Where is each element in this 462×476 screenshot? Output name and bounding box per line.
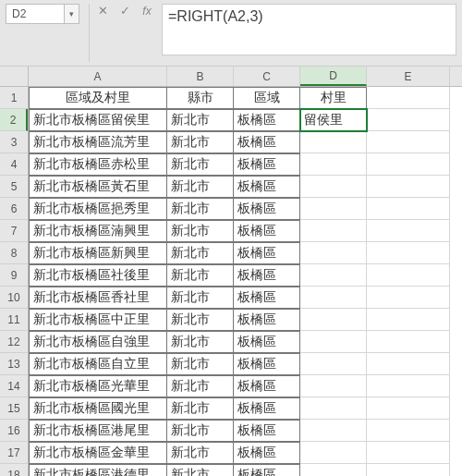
- row-header-17[interactable]: 17: [0, 442, 28, 464]
- cell-D15[interactable]: [300, 397, 367, 420]
- row-header-7[interactable]: 7: [0, 220, 28, 242]
- cell-B10[interactable]: 新北市: [167, 287, 234, 309]
- cell-E12[interactable]: [367, 331, 450, 353]
- cell-B16[interactable]: 新北市: [167, 420, 234, 442]
- cell-E16[interactable]: [367, 420, 450, 442]
- cell-D17[interactable]: [300, 442, 367, 464]
- cell-C15[interactable]: 板橋區: [234, 397, 300, 420]
- cell-A5[interactable]: 新北市板橋區黃石里: [29, 176, 167, 198]
- cell-E18[interactable]: [367, 464, 450, 476]
- cell-A6[interactable]: 新北市板橋區挹秀里: [29, 198, 167, 220]
- cell-D10[interactable]: [300, 287, 367, 309]
- cell-E7[interactable]: [367, 220, 450, 242]
- cell-A8[interactable]: 新北市板橋區新興里: [29, 242, 167, 264]
- cell-E17[interactable]: [367, 442, 450, 464]
- cell-E4[interactable]: [367, 153, 450, 176]
- cell-E6[interactable]: [367, 198, 450, 220]
- cell-A2[interactable]: 新北市板橋區留侯里: [29, 109, 167, 131]
- row-header-8[interactable]: 8: [0, 242, 28, 264]
- row-header-6[interactable]: 6: [0, 198, 28, 220]
- cell-A3[interactable]: 新北市板橋區流芳里: [29, 131, 167, 153]
- row-header-16[interactable]: 16: [0, 420, 28, 442]
- cell-E2[interactable]: [367, 109, 450, 131]
- header-cell-A[interactable]: 區域及村里: [29, 87, 167, 109]
- cell-B5[interactable]: 新北市: [167, 176, 234, 198]
- row-header-18[interactable]: 18: [0, 464, 28, 476]
- cell-E8[interactable]: [367, 242, 450, 264]
- cancel-formula-button[interactable]: ✕: [95, 4, 110, 18]
- cell-E15[interactable]: [367, 397, 450, 420]
- cell-A15[interactable]: 新北市板橋區國光里: [29, 397, 167, 420]
- cell-C6[interactable]: 板橋區: [234, 198, 300, 220]
- cell-A4[interactable]: 新北市板橋區赤松里: [29, 153, 167, 176]
- cell-B7[interactable]: 新北市: [167, 220, 234, 242]
- cell-D12[interactable]: [300, 331, 367, 353]
- cell-C3[interactable]: 板橋區: [234, 131, 300, 153]
- header-cell-B[interactable]: 縣市: [167, 87, 234, 109]
- cell-C8[interactable]: 板橋區: [234, 242, 300, 264]
- column-header-E[interactable]: E: [367, 67, 450, 86]
- column-header-D[interactable]: D: [300, 67, 367, 86]
- header-cell-C[interactable]: 區域: [234, 87, 300, 109]
- cell-B18[interactable]: 新北市: [167, 464, 234, 476]
- header-cell-E[interactable]: [367, 87, 450, 109]
- cell-D14[interactable]: [300, 375, 367, 397]
- cell-A10[interactable]: 新北市板橋區香社里: [29, 287, 167, 309]
- cell-A14[interactable]: 新北市板橋區光華里: [29, 375, 167, 397]
- cell-D7[interactable]: [300, 220, 367, 242]
- row-header-9[interactable]: 9: [0, 264, 28, 287]
- cell-A18[interactable]: 新北市板橋區港德里: [29, 464, 167, 476]
- column-header-A[interactable]: A: [29, 67, 167, 86]
- cell-C16[interactable]: 板橋區: [234, 420, 300, 442]
- cell-E13[interactable]: [367, 353, 450, 375]
- cell-B13[interactable]: 新北市: [167, 353, 234, 375]
- cell-E3[interactable]: [367, 131, 450, 153]
- cell-D4[interactable]: [300, 153, 367, 176]
- cell-A11[interactable]: 新北市板橋區中正里: [29, 309, 167, 331]
- row-header-1[interactable]: 1: [0, 87, 28, 109]
- name-box-dropdown[interactable]: ▾: [65, 4, 79, 24]
- cell-A16[interactable]: 新北市板橋區港尾里: [29, 420, 167, 442]
- fx-icon[interactable]: fx: [140, 5, 154, 18]
- cell-D13[interactable]: [300, 353, 367, 375]
- cell-B4[interactable]: 新北市: [167, 153, 234, 176]
- row-header-5[interactable]: 5: [0, 176, 28, 198]
- row-header-2[interactable]: 2: [0, 109, 28, 131]
- cell-B2[interactable]: 新北市: [167, 109, 234, 131]
- cell-C13[interactable]: 板橋區: [234, 353, 300, 375]
- cell-D16[interactable]: [300, 420, 367, 442]
- cell-C5[interactable]: 板橋區: [234, 176, 300, 198]
- select-all-corner[interactable]: [0, 67, 28, 87]
- cell-D18[interactable]: [300, 464, 367, 476]
- cell-B8[interactable]: 新北市: [167, 242, 234, 264]
- cell-A9[interactable]: 新北市板橋區社後里: [29, 264, 167, 287]
- name-box[interactable]: [6, 4, 65, 24]
- cell-C12[interactable]: 板橋區: [234, 331, 300, 353]
- cell-E11[interactable]: [367, 309, 450, 331]
- row-header-13[interactable]: 13: [0, 353, 28, 375]
- cell-C4[interactable]: 板橋區: [234, 153, 300, 176]
- cell-C10[interactable]: 板橋區: [234, 287, 300, 309]
- row-header-12[interactable]: 12: [0, 331, 28, 353]
- cell-A13[interactable]: 新北市板橋區自立里: [29, 353, 167, 375]
- confirm-formula-button[interactable]: ✓: [117, 4, 132, 18]
- cell-B14[interactable]: 新北市: [167, 375, 234, 397]
- row-header-10[interactable]: 10: [0, 287, 28, 309]
- cell-D11[interactable]: [300, 309, 367, 331]
- cell-B15[interactable]: 新北市: [167, 397, 234, 420]
- cell-B9[interactable]: 新北市: [167, 264, 234, 287]
- cell-E14[interactable]: [367, 375, 450, 397]
- cell-D8[interactable]: [300, 242, 367, 264]
- cell-D5[interactable]: [300, 176, 367, 198]
- cell-C11[interactable]: 板橋區: [234, 309, 300, 331]
- cell-B11[interactable]: 新北市: [167, 309, 234, 331]
- formula-input[interactable]: =RIGHT(A2,3): [162, 4, 456, 55]
- cell-A17[interactable]: 新北市板橋區金華里: [29, 442, 167, 464]
- row-header-4[interactable]: 4: [0, 153, 28, 176]
- cell-C18[interactable]: 板橋區: [234, 464, 300, 476]
- cell-D2[interactable]: 留侯里: [300, 109, 367, 131]
- cell-D9[interactable]: [300, 264, 367, 287]
- row-header-11[interactable]: 11: [0, 309, 28, 331]
- row-header-14[interactable]: 14: [0, 375, 28, 397]
- cell-D6[interactable]: [300, 198, 367, 220]
